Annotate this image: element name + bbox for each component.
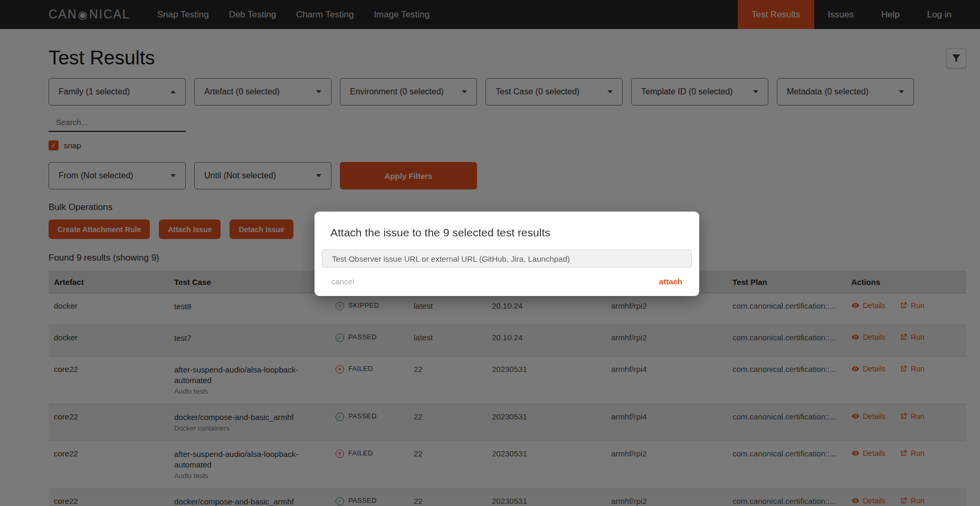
attach-button[interactable]: attach [659,277,682,286]
issue-url-input[interactable] [322,250,692,268]
cancel-button[interactable]: cancel [331,277,354,286]
dialog-title: Attach the issue to the 9 selected test … [322,226,692,239]
attach-issue-dialog: Attach the issue to the 9 selected test … [315,212,699,296]
dialog-footer: cancel attach [322,277,692,286]
